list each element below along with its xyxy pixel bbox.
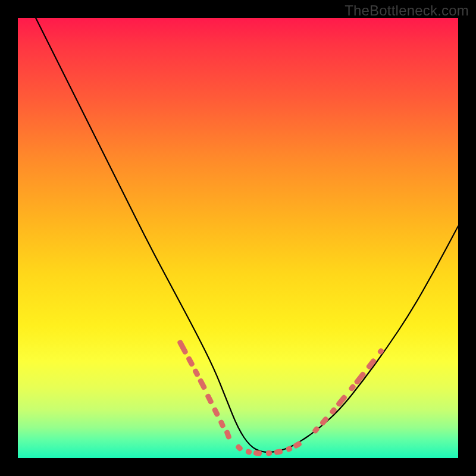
- chart-frame: TheBottleneck.com: [0, 0, 476, 476]
- bottleneck-curve: [18, 18, 458, 458]
- annotation-dash: [266, 450, 272, 455]
- plot-area: [18, 18, 458, 458]
- annotation-dash: [253, 450, 262, 456]
- watermark-text: TheBottleneck.com: [345, 2, 469, 19]
